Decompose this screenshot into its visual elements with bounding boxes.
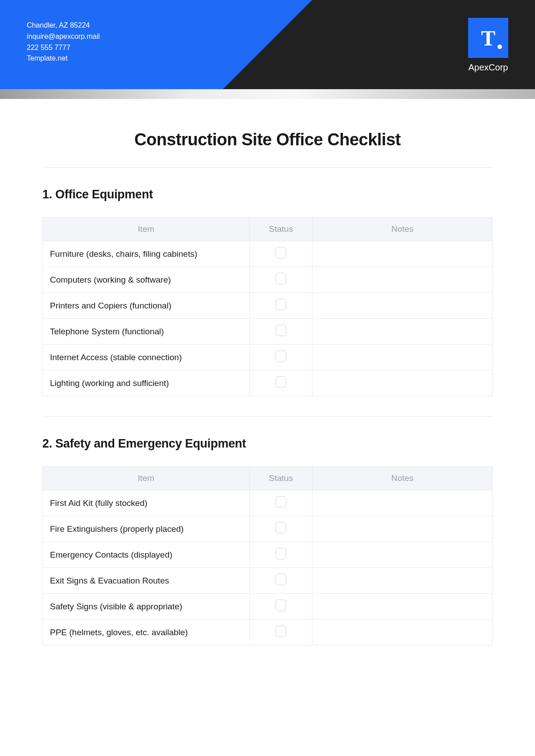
col-notes-header: Notes (313, 218, 493, 241)
checkbox-icon[interactable] (276, 548, 286, 559)
table-row: Telephone System (functional) (43, 319, 493, 345)
checkbox-icon[interactable] (276, 625, 286, 637)
checklist-table: Item Status Notes First Aid Kit (fully s… (42, 466, 493, 645)
status-cell (250, 516, 313, 542)
item-cell: First Aid Kit (fully stocked) (43, 490, 250, 516)
checkbox-icon[interactable] (276, 600, 286, 611)
checklist-table: Item Status Notes Furniture (desks, chai… (42, 217, 493, 396)
checkbox-icon[interactable] (276, 325, 286, 336)
item-cell: Lighting (working and sufficient) (43, 370, 250, 396)
logo-dot-icon (498, 45, 502, 49)
item-cell: Exit Signs & Evacuation Routes (43, 568, 250, 594)
checkbox-icon[interactable] (276, 574, 286, 585)
notes-cell[interactable] (313, 241, 493, 267)
notes-cell[interactable] (313, 370, 493, 396)
status-cell (250, 345, 313, 370)
col-notes-header: Notes (313, 467, 493, 490)
notes-cell[interactable] (313, 267, 493, 293)
table-row: Internet Access (stable connection) (43, 345, 493, 370)
table-header-row: Item Status Notes (43, 218, 493, 241)
item-cell: Furniture (desks, chairs, filing cabinet… (43, 241, 250, 267)
title-separator (42, 167, 493, 168)
table-header-row: Item Status Notes (43, 467, 493, 490)
header-address: Chandler, AZ 85224 (27, 20, 100, 31)
status-cell (250, 568, 313, 594)
col-status-header: Status (250, 467, 313, 490)
notes-cell[interactable] (313, 293, 493, 319)
table-row: Emergency Contacts (displayed) (43, 542, 493, 568)
page-title: Construction Site Office Checklist (42, 130, 493, 149)
notes-cell[interactable] (313, 516, 493, 542)
section-heading: 2. Safety and Emergency Equipment (42, 437, 493, 451)
status-cell (250, 490, 313, 516)
status-cell (250, 267, 313, 293)
table-row: Safety Signs (visible & appropriate) (43, 594, 493, 620)
section-separator (42, 416, 493, 417)
table-row: Computers (working & software) (43, 267, 493, 293)
checkbox-icon[interactable] (276, 522, 286, 534)
notes-cell[interactable] (313, 594, 493, 620)
logo-icon: T (468, 18, 508, 58)
content-area: Construction Site Office Checklist 1. Of… (0, 99, 535, 645)
item-cell: Safety Signs (visible & appropriate) (43, 594, 250, 620)
status-cell (250, 319, 313, 345)
item-cell: Fire Extinguishers (properly placed) (43, 516, 250, 542)
logo-letter: T (481, 26, 495, 50)
checkbox-icon[interactable] (276, 496, 286, 508)
header-banner: Chandler, AZ 85224 inquire@apexcorp.mail… (0, 0, 535, 89)
table-row: Furniture (desks, chairs, filing cabinet… (43, 241, 493, 267)
notes-cell[interactable] (313, 319, 493, 345)
table-row: Fire Extinguishers (properly placed) (43, 516, 493, 542)
status-cell (250, 241, 313, 267)
header-phone: 222 555 7777 (27, 42, 100, 53)
table-row: PPE (helmets, gloves, etc. available) (43, 620, 493, 645)
table-row: Printers and Copiers (functional) (43, 293, 493, 319)
section-heading: 1. Office Equipment (42, 188, 493, 201)
col-status-header: Status (250, 218, 313, 241)
status-cell (250, 542, 313, 568)
col-item-header: Item (43, 467, 250, 490)
table-row: Lighting (working and sufficient) (43, 370, 493, 396)
table-row: Exit Signs & Evacuation Routes (43, 568, 493, 594)
checkbox-icon[interactable] (276, 376, 286, 388)
status-cell (250, 620, 313, 645)
notes-cell[interactable] (313, 490, 493, 516)
company-name: ApexCorp (468, 62, 508, 73)
notes-cell[interactable] (313, 568, 493, 594)
header-contact-info: Chandler, AZ 85224 inquire@apexcorp.mail… (27, 20, 100, 64)
checkbox-icon[interactable] (276, 247, 286, 259)
status-cell (250, 293, 313, 319)
header-email: inquire@apexcorp.mail (27, 31, 100, 42)
item-cell: Internet Access (stable connection) (43, 345, 250, 370)
status-cell (250, 594, 313, 620)
item-cell: Telephone System (functional) (43, 319, 250, 345)
item-cell: Printers and Copiers (functional) (43, 293, 250, 319)
item-cell: Computers (working & software) (43, 267, 250, 293)
logo-block: T ApexCorp (468, 18, 508, 73)
header-website: Template.net (27, 53, 100, 64)
notes-cell[interactable] (313, 542, 493, 568)
col-item-header: Item (43, 218, 250, 241)
notes-cell[interactable] (313, 620, 493, 645)
checkbox-icon[interactable] (276, 299, 286, 310)
item-cell: Emergency Contacts (displayed) (43, 542, 250, 568)
table-row: First Aid Kit (fully stocked) (43, 490, 493, 516)
checkbox-icon[interactable] (276, 350, 286, 362)
checkbox-icon[interactable] (276, 273, 286, 284)
notes-cell[interactable] (313, 345, 493, 370)
status-cell (250, 370, 313, 396)
item-cell: PPE (helmets, gloves, etc. available) (43, 620, 250, 645)
gradient-divider (0, 89, 535, 99)
